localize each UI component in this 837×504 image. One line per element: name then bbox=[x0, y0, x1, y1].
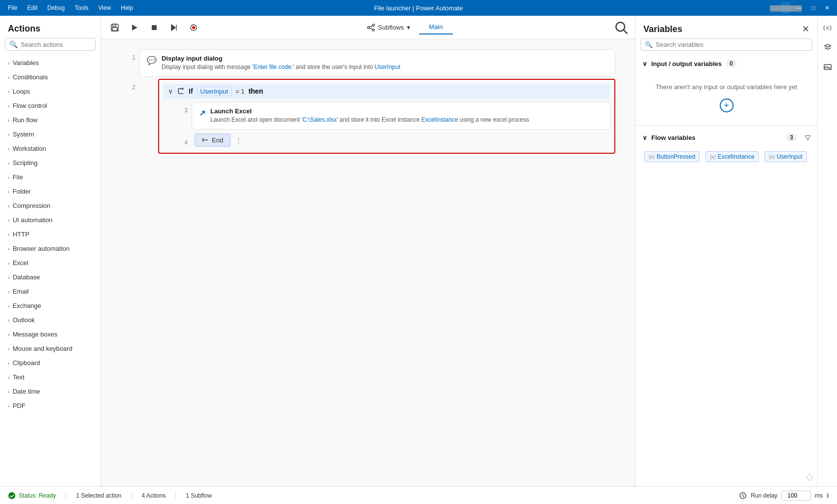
step-desc-link1: 'Enter file code:' bbox=[252, 64, 294, 70]
flow-section-header[interactable]: ∨ Flow variables 3 ▽ bbox=[640, 130, 812, 145]
action-messageboxes[interactable]: ›Message boxes bbox=[0, 327, 100, 341]
action-email[interactable]: ›Email bbox=[0, 284, 100, 299]
action-http[interactable]: ›HTTP bbox=[0, 227, 100, 241]
var-name: ButtonPressed bbox=[657, 153, 696, 160]
svg-point-8 bbox=[192, 26, 195, 29]
search-input[interactable] bbox=[21, 41, 91, 48]
canvas-search-button[interactable] bbox=[613, 20, 629, 35]
action-mouseandkeyboard[interactable]: ›Mouse and keyboard bbox=[0, 341, 100, 356]
stop-button[interactable] bbox=[146, 20, 162, 35]
action-uiautomation[interactable]: ›UI automation bbox=[0, 213, 100, 227]
end-row: 4 End ⋮ bbox=[163, 132, 610, 149]
action-loops[interactable]: ›Loops bbox=[0, 84, 100, 99]
divider-1 bbox=[66, 492, 66, 500]
minimize-btn[interactable]: ─ bbox=[794, 2, 805, 14]
chevron-icon: › bbox=[8, 374, 10, 380]
menu-debug[interactable]: Debug bbox=[43, 2, 68, 13]
subflows-button[interactable]: Subflows ▾ bbox=[362, 21, 415, 34]
step-button[interactable] bbox=[166, 20, 182, 35]
action-system[interactable]: ›System bbox=[0, 127, 100, 141]
action-runflow[interactable]: ›Run flow bbox=[0, 113, 100, 127]
run-delay-info-button[interactable]: ℹ bbox=[827, 492, 829, 499]
variables-search-input[interactable] bbox=[656, 41, 808, 48]
io-count-badge: 0 bbox=[726, 60, 737, 67]
end-more-icon[interactable]: ⋮ bbox=[234, 134, 244, 146]
chevron-icon: › bbox=[8, 74, 10, 80]
run-button[interactable] bbox=[127, 20, 142, 35]
action-folder[interactable]: ›Folder bbox=[0, 184, 100, 199]
layers-icon-btn[interactable] bbox=[820, 39, 836, 55]
var-search-icon: 🔍 bbox=[645, 41, 653, 48]
image-icon-btn[interactable] bbox=[820, 59, 836, 75]
action-label: Message boxes bbox=[13, 331, 58, 338]
svg-rect-1 bbox=[113, 24, 116, 27]
variables-title: Variables bbox=[643, 24, 682, 34]
dialog-icon: 💬 bbox=[147, 56, 157, 65]
step-title-3: Launch Excel bbox=[210, 107, 603, 115]
filter-icon[interactable]: ▽ bbox=[805, 134, 810, 141]
action-workstation[interactable]: ›Workstation bbox=[0, 141, 100, 156]
io-collapse-icon: ∨ bbox=[642, 60, 647, 67]
action-scripting[interactable]: ›Scripting bbox=[0, 156, 100, 170]
chevron-icon: › bbox=[8, 360, 10, 366]
action-conditionals[interactable]: ›Conditionals bbox=[0, 70, 100, 84]
maximize-btn[interactable]: □ bbox=[807, 2, 819, 14]
end-button[interactable]: End bbox=[195, 134, 231, 147]
section-divider bbox=[636, 125, 817, 126]
add-variable-button[interactable]: + bbox=[720, 99, 734, 112]
action-exchange[interactable]: ›Exchange bbox=[0, 299, 100, 313]
record-button[interactable] bbox=[186, 20, 201, 35]
menu-help[interactable]: Help bbox=[117, 2, 137, 13]
var-icon: (x) bbox=[710, 154, 716, 160]
action-database[interactable]: ›Database bbox=[0, 270, 100, 284]
step-card-3[interactable]: ↗ Launch Excel Launch Excel and open doc… bbox=[192, 102, 610, 130]
variables-close-button[interactable]: ✕ bbox=[802, 24, 809, 34]
run-delay-input[interactable] bbox=[781, 491, 811, 501]
action-variables[interactable]: ›Variables bbox=[0, 56, 100, 70]
actions-search-box[interactable]: 🔍 bbox=[5, 38, 96, 51]
var-chip-excelinstance[interactable]: (x) ExcelInstance bbox=[705, 151, 759, 162]
menu-view[interactable]: View bbox=[94, 2, 115, 13]
titlebar: File Edit Debug Tools View Help File lau… bbox=[0, 0, 837, 16]
io-section-header[interactable]: ∨ Input / output variables 0 bbox=[640, 56, 812, 71]
step-card-1[interactable]: 💬 Display input dialog Display input dia… bbox=[139, 49, 615, 77]
menu-tools[interactable]: Tools bbox=[70, 2, 92, 13]
action-clipboard[interactable]: ›Clipboard bbox=[0, 356, 100, 370]
step-desc-3: Launch Excel and open document 'C:\Sales… bbox=[210, 116, 603, 124]
step-desc-prefix: Display input dialog with message bbox=[162, 64, 252, 70]
image-icon bbox=[823, 63, 832, 71]
action-datetime[interactable]: ›Date time bbox=[0, 384, 100, 399]
if-header[interactable]: ∨ If UserInput = 1 then bbox=[163, 84, 610, 99]
action-text[interactable]: ›Text bbox=[0, 370, 100, 384]
variables-search-box[interactable]: 🔍 bbox=[640, 38, 812, 51]
svg-rect-2 bbox=[112, 28, 117, 31]
save-button[interactable] bbox=[107, 20, 123, 35]
var-chip-userinput[interactable]: (x) UserInput bbox=[765, 151, 807, 162]
divider-3 bbox=[175, 492, 176, 500]
if-var: UserInput bbox=[197, 87, 232, 96]
run-delay-group: Run delay ms ℹ bbox=[739, 491, 829, 501]
action-outlook[interactable]: ›Outlook bbox=[0, 313, 100, 327]
chevron-icon: › bbox=[8, 146, 10, 152]
if-block: ∨ If UserInput = 1 then 3 ↗ bbox=[158, 79, 615, 154]
variables-icon-btn[interactable]: {x} bbox=[820, 20, 836, 35]
action-compression[interactable]: ›Compression bbox=[0, 199, 100, 213]
action-label: Database bbox=[13, 273, 40, 281]
menu-file[interactable]: File bbox=[4, 2, 21, 13]
collapse-icon[interactable]: ∨ bbox=[168, 87, 173, 95]
titlebar-left: File Edit Debug Tools View Help bbox=[4, 2, 137, 13]
flow-variables-section: ∨ Flow variables 3 ▽ (x) ButtonPressed (… bbox=[636, 130, 817, 173]
close-btn[interactable]: ✕ bbox=[821, 2, 833, 14]
action-browserautomation[interactable]: ›Browser automation bbox=[0, 241, 100, 256]
tab-main[interactable]: Main bbox=[419, 20, 453, 34]
action-pdf[interactable]: ›PDF bbox=[0, 399, 100, 413]
bottom-diamond: ◇ bbox=[636, 467, 817, 486]
action-flowcontrol[interactable]: ›Flow control bbox=[0, 99, 100, 113]
menu-edit[interactable]: Edit bbox=[23, 2, 41, 13]
chevron-icon: › bbox=[8, 317, 10, 323]
action-file[interactable]: ›File bbox=[0, 170, 100, 184]
action-excel[interactable]: ›Excel bbox=[0, 256, 100, 270]
action-label: Outlook bbox=[13, 316, 35, 324]
excel-instance-link: ExcelInstance bbox=[421, 116, 458, 123]
var-chip-buttonpressed[interactable]: (x) ButtonPressed bbox=[644, 151, 700, 162]
